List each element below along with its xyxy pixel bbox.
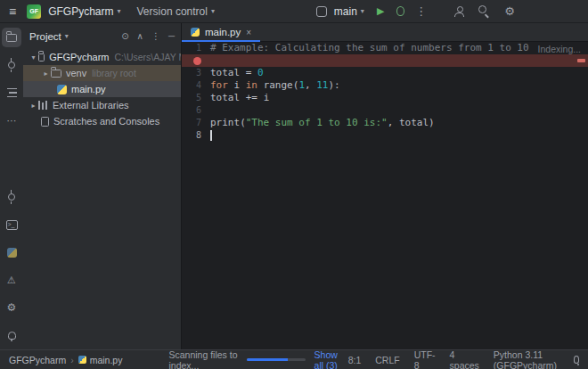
python-console-tool-button[interactable] <box>2 242 21 262</box>
code-line[interactable]: 6 <box>182 104 588 117</box>
tree-scratches-label: Scratches and Consoles <box>53 116 159 127</box>
app-logo: GF <box>27 4 41 19</box>
bell-icon <box>8 332 16 340</box>
code-line[interactable]: 4for i in range(1, 11): <box>182 79 588 92</box>
breadcrumb-separator-icon: › <box>70 355 74 365</box>
commit-icon <box>8 62 15 69</box>
line-number-gutter[interactable]: 6 <box>182 104 210 117</box>
commit-tool-button[interactable] <box>2 55 21 75</box>
panel-options-icon[interactable]: ⋮ <box>151 31 160 41</box>
project-menu[interactable]: GFGPycharm <box>48 5 113 18</box>
breadcrumb-project[interactable]: GFGPycharm <box>9 355 66 365</box>
more-tool-windows-button[interactable]: ⋯ <box>2 111 21 130</box>
code-line[interactable]: 8 <box>182 129 588 142</box>
main-menu-icon[interactable]: ≡ <box>9 5 16 18</box>
breakpoint-dot[interactable] <box>193 57 201 65</box>
code-line[interactable] <box>182 54 588 67</box>
code-text: print("The sum of 1 to 10 is:", total) <box>210 117 435 129</box>
settings-gear-icon[interactable]: ⚙ <box>504 5 515 17</box>
collapse-all-icon[interactable]: ∧ <box>137 31 143 41</box>
libraries-icon <box>38 101 48 110</box>
structure-icon <box>7 88 17 97</box>
indent-widget[interactable]: 4 spaces <box>450 349 479 369</box>
status-bar: GFGPycharm › main.py Scanning files to i… <box>0 349 588 369</box>
tree-item-project-root[interactable]: ▾ GFGPycharm C:\Users\AJAY MAKVANA\D... <box>23 49 181 65</box>
tree-item-external-libraries[interactable]: ▸ External Libraries <box>23 97 181 113</box>
title-bar-icons: ⚙ <box>453 5 515 17</box>
text-caret <box>210 130 212 141</box>
more-actions-button[interactable]: ⋮ <box>415 5 427 17</box>
run-config-selector[interactable]: main <box>334 5 357 18</box>
problems-tool-button[interactable]: ⚠ <box>2 270 21 290</box>
line-number-gutter[interactable] <box>182 54 210 67</box>
code-line[interactable]: 5 total += i <box>182 92 588 104</box>
line-number-gutter[interactable]: 8 <box>182 129 210 142</box>
notifications-tool-button[interactable] <box>2 325 21 345</box>
tab-main-py[interactable]: main.py × <box>182 23 260 41</box>
code-text: total += i <box>210 92 269 104</box>
hide-panel-icon[interactable]: ─ <box>168 31 175 41</box>
breadcrumb-file[interactable]: main.py <box>78 355 123 365</box>
chevron-right-icon[interactable]: ▸ <box>29 102 38 110</box>
code-text: for i in range(1, 11): <box>210 79 340 92</box>
terminal-icon: >_ <box>6 220 18 230</box>
error-stripe-mark[interactable] <box>577 59 585 62</box>
code-line[interactable]: 3total = 0 <box>182 67 588 79</box>
breadcrumb-file-label: main.py <box>90 355 123 365</box>
code-with-me-icon[interactable] <box>453 6 464 17</box>
chevron-down-icon: ▾ <box>65 32 69 40</box>
tree-item-main-py[interactable]: main.py <box>23 81 181 97</box>
tree-item-venv[interactable]: ▸ venv library root <box>23 65 181 81</box>
interpreter-widget[interactable]: Python 3.11 (GFGPycharm) <box>494 349 559 369</box>
caret-position-widget[interactable]: 8:1 <box>348 355 362 365</box>
line-separator-widget[interactable]: CRLF <box>375 355 399 365</box>
line-number-gutter[interactable]: 7 <box>182 117 210 129</box>
line-number-gutter[interactable]: 5 <box>182 92 210 104</box>
project-panel-title[interactable]: Project <box>29 31 61 42</box>
folder-icon <box>51 70 61 78</box>
locate-file-icon[interactable]: ⊙ <box>121 31 128 41</box>
code-text <box>210 129 212 142</box>
run-widget: main ▾ ▶ ⋮ <box>316 5 428 18</box>
code-line[interactable]: 7print("The sum of 1 to 10 is:", total) <box>182 117 588 129</box>
indexing-progress-fill <box>247 358 288 361</box>
chevron-right-icon[interactable]: ▸ <box>41 70 51 78</box>
tree-external-libraries-label: External Libraries <box>53 100 129 111</box>
code-editor[interactable]: Indexing... 1# Example: Calculating the … <box>182 42 588 349</box>
chevron-down-icon[interactable]: ▾ <box>29 53 38 62</box>
version-control-menu[interactable]: Version control <box>137 5 208 18</box>
project-panel: Project ▾ ⊙ ∧ ⋮ ─ ▾ GFGPycharm C:\Users\… <box>23 23 182 349</box>
structure-tool-button[interactable] <box>2 83 21 102</box>
python-file-icon <box>57 85 67 94</box>
tree-item-scratches[interactable]: Scratches and Consoles <box>23 113 181 129</box>
commit-vcs-tool-button[interactable] <box>2 187 21 207</box>
tool-window-stripe: ⋯ >_ ⚠ ⚙ <box>0 23 23 349</box>
code-area[interactable]: 1# Example: Calculating the sum of numbe… <box>182 42 588 142</box>
indexing-message: Scanning files to index... <box>168 349 238 369</box>
project-panel-actions: ⊙ ∧ ⋮ ─ <box>121 31 175 41</box>
line-number-gutter[interactable]: 4 <box>182 79 210 92</box>
debug-icon[interactable] <box>396 6 404 16</box>
title-bar: ≡ GF GFGPycharm ▾ Version control ▾ main… <box>0 0 588 23</box>
notifications-icon[interactable] <box>574 356 579 364</box>
more-icon: ⋯ <box>7 116 17 126</box>
close-icon[interactable]: × <box>246 28 251 37</box>
services-tool-button[interactable]: ⚙ <box>2 298 21 317</box>
terminal-tool-button[interactable]: >_ <box>2 215 21 234</box>
search-icon[interactable] <box>478 5 490 17</box>
encoding-widget[interactable]: UTF-8 <box>414 349 436 369</box>
chevron-down-icon: ▾ <box>361 7 364 15</box>
run-button[interactable]: ▶ <box>377 6 384 16</box>
show-all-link[interactable]: Show all (3) <box>314 349 348 369</box>
python-file-icon <box>78 356 86 364</box>
tree-venv-badge: library root <box>92 68 136 78</box>
python-console-icon <box>7 248 17 258</box>
status-bar-widgets: 8:1 CRLF UTF-8 4 spaces Python 3.11 (GFG… <box>348 349 579 369</box>
services-icon: ⚙ <box>7 301 17 314</box>
project-tool-button[interactable] <box>2 28 21 47</box>
vcs-icon <box>8 193 15 201</box>
code-line[interactable]: 1# Example: Calculating the sum of numbe… <box>182 42 588 54</box>
line-number-gutter[interactable]: 1 <box>182 42 210 54</box>
scratch-file-icon <box>41 117 49 127</box>
line-number-gutter[interactable]: 3 <box>182 67 210 79</box>
